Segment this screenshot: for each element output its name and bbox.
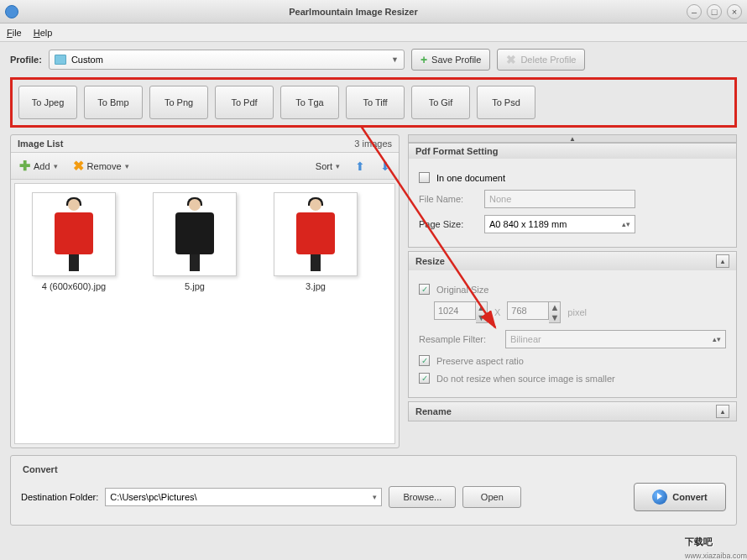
destination-label: Destination Folder: xyxy=(21,492,98,502)
filename-input xyxy=(484,190,635,208)
x-icon: ✖ xyxy=(506,53,516,66)
resample-select: Bilinear ▴▾ xyxy=(505,330,726,348)
list-item[interactable]: 5.jpg xyxy=(144,192,245,291)
format-psd-button[interactable]: To Psd xyxy=(477,86,535,119)
triangle-up-icon: ▲ xyxy=(569,135,576,143)
thumbnail-area[interactable]: 4 (600x600).jpg 5.jpg 3.jpg xyxy=(14,183,395,444)
original-size-label: Original Size xyxy=(436,285,488,295)
image-count: 3 images xyxy=(354,139,392,149)
thumbnail-image xyxy=(274,192,358,276)
thumbnail-label: 4 (600x600).jpg xyxy=(24,281,124,291)
collapse-bar[interactable]: ▲ xyxy=(408,134,737,143)
format-jpeg-button[interactable]: To Jpeg xyxy=(18,86,77,119)
sort-button[interactable]: Sort ▾ xyxy=(316,161,340,171)
menu-help[interactable]: Help xyxy=(34,28,53,38)
preserve-aspect-checkbox[interactable]: ✓ xyxy=(419,355,430,366)
height-spinner: ▲▼ xyxy=(507,301,561,323)
in-one-doc-label: In one document xyxy=(436,173,505,183)
collapse-button[interactable]: ▴ xyxy=(716,254,729,268)
profile-label: Profile: xyxy=(10,55,42,65)
x-label: X xyxy=(494,307,500,317)
plus-icon: ✚ xyxy=(19,158,30,174)
window-title: Pearlmountain Image Resizer xyxy=(25,7,682,17)
maximize-button[interactable]: □ xyxy=(707,4,722,19)
resize-section: Resize ▴ ✓ Original Size ▲▼ X ▲▼ xyxy=(408,251,737,398)
app-icon xyxy=(5,5,18,18)
format-png-button[interactable]: To Png xyxy=(149,86,208,119)
caret-down-icon: ▼ xyxy=(391,55,399,64)
preserve-aspect-label: Preserve aspect ratio xyxy=(436,356,524,366)
pagesize-label: Page Size: xyxy=(419,219,478,229)
convert-button[interactable]: Convert xyxy=(634,483,726,511)
delete-profile-button: ✖ Delete Profile xyxy=(497,49,585,71)
plus-icon: + xyxy=(421,53,427,66)
format-pdf-button[interactable]: To Pdf xyxy=(215,86,274,119)
browse-button[interactable]: Browse... xyxy=(389,486,456,508)
thumbnail-label: 5.jpg xyxy=(144,281,245,291)
no-resize-smaller-label: Do not resize when source image is small… xyxy=(436,374,615,384)
format-tiff-button[interactable]: To Tiff xyxy=(346,86,405,119)
caret-down-icon: ▾ xyxy=(125,162,129,170)
open-button[interactable]: Open xyxy=(462,486,521,508)
thumbnail-image xyxy=(153,192,237,276)
pdf-section-title: Pdf Format Setting xyxy=(415,146,498,156)
move-up-button[interactable]: ⬆ xyxy=(355,160,365,173)
list-item[interactable]: 4 (600x600).jpg xyxy=(24,192,124,291)
profile-select[interactable]: Custom ▼ xyxy=(49,50,405,70)
thumbnail-label: 3.jpg xyxy=(265,281,366,291)
caret-down-icon: ▾ xyxy=(373,493,377,501)
rename-section: Rename ▴ xyxy=(408,401,737,421)
save-profile-button[interactable]: + Save Profile xyxy=(411,49,491,71)
play-icon xyxy=(652,489,667,505)
filename-label: File Name: xyxy=(419,194,478,204)
watermark: 下载吧 www.xiazaiba.com xyxy=(685,521,747,560)
pixel-label: pixel xyxy=(567,307,587,317)
resize-section-title: Resize xyxy=(415,256,445,266)
height-input xyxy=(507,301,549,320)
image-list-title: Image List xyxy=(18,139,63,149)
collapse-button[interactable]: ▴ xyxy=(716,405,729,418)
original-size-checkbox[interactable]: ✓ xyxy=(419,284,430,295)
format-bmp-button[interactable]: To Bmp xyxy=(84,86,143,119)
add-button[interactable]: ✚ Add ▾ xyxy=(19,158,58,174)
rename-section-title: Rename xyxy=(415,406,452,416)
format-tga-button[interactable]: To Tga xyxy=(280,86,339,119)
thumbnail-image xyxy=(32,192,116,276)
convert-title: Convert xyxy=(21,463,726,483)
pagesize-select[interactable]: A0 840 x 1189 mm ▴▾ xyxy=(484,215,635,233)
caret-down-icon: ▾ xyxy=(54,162,58,170)
profile-selected: Custom xyxy=(71,55,391,65)
in-one-doc-checkbox[interactable] xyxy=(419,172,430,183)
close-button[interactable]: × xyxy=(727,4,742,19)
move-down-button[interactable]: ⬇ xyxy=(380,160,390,173)
remove-button[interactable]: ✖ Remove ▾ xyxy=(73,158,129,174)
format-gif-button[interactable]: To Gif xyxy=(411,86,470,119)
list-item[interactable]: 3.jpg xyxy=(265,192,366,291)
format-buttons-highlighted: To Jpeg To Bmp To Png To Pdf To Tga To T… xyxy=(10,77,737,128)
menu-file[interactable]: File xyxy=(7,28,22,38)
width-input xyxy=(434,301,476,320)
destination-select[interactable]: C:\Users\pc\Pictures\ ▾ xyxy=(105,488,382,506)
caret-down-icon: ▾ xyxy=(336,162,340,170)
caret-updown-icon: ▴▾ xyxy=(622,220,630,228)
folder-icon xyxy=(55,55,66,65)
minimize-button[interactable]: – xyxy=(687,4,702,19)
pdf-section: Pdf Format Setting In one document File … xyxy=(408,143,737,248)
no-resize-smaller-checkbox[interactable]: ✓ xyxy=(419,373,430,384)
x-icon: ✖ xyxy=(73,158,84,174)
width-spinner: ▲▼ xyxy=(434,301,488,323)
caret-updown-icon: ▴▾ xyxy=(713,335,721,343)
convert-panel: Convert Destination Folder: C:\Users\pc\… xyxy=(10,455,737,526)
image-list-panel: Image List 3 images ✚ Add ▾ ✖ Remove ▾ S… xyxy=(10,134,400,448)
resample-label: Resample Filter: xyxy=(419,334,499,344)
